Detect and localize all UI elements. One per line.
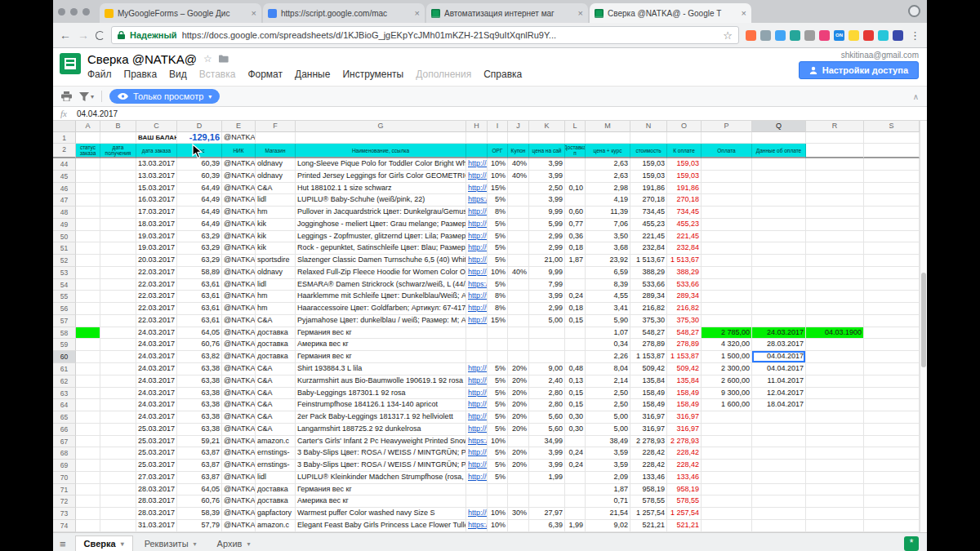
chrome-menu-icon[interactable]: ⋮ [910, 29, 920, 42]
row-header-52[interactable]: 52 [53, 255, 76, 267]
row-header-63[interactable]: 63 [53, 388, 76, 400]
cell-H46[interactable]: http://w [466, 183, 488, 195]
extension-icon-8[interactable] [849, 30, 859, 41]
cell-I61[interactable]: 5% [488, 363, 508, 375]
cell-K55[interactable]: 3,99 [529, 291, 565, 303]
cell-O62[interactable]: 135,84 [667, 375, 702, 388]
cell-R68[interactable] [806, 447, 864, 460]
cell-N50[interactable]: 221,45 [630, 231, 667, 243]
cell-E1[interactable]: @NATKA@ [222, 132, 256, 144]
cell-P57[interactable] [702, 315, 752, 327]
cell-A47[interactable] [76, 194, 100, 207]
cell-D68[interactable]: 63,87 [177, 447, 222, 460]
cell-K49[interactable]: 5,99 [529, 219, 565, 231]
cell-R74[interactable] [806, 520, 864, 532]
cell-L50[interactable]: 0,36 [565, 231, 586, 243]
cell-M68[interactable]: 3,59 [586, 447, 630, 460]
cell-B63[interactable] [100, 388, 136, 400]
cell-R73[interactable] [806, 508, 864, 520]
cell-Q62[interactable]: 11.04.2017 [752, 375, 806, 388]
cell-I63[interactable]: 5% [488, 388, 508, 400]
row-header-49[interactable]: 49 [53, 219, 76, 231]
row-header-60[interactable]: 60 [53, 351, 76, 363]
cell-J1[interactable] [508, 132, 529, 144]
cell-Q69[interactable] [752, 460, 806, 472]
cell-S55[interactable] [864, 291, 920, 303]
cell-L69[interactable]: 0,24 [565, 460, 586, 472]
cell-R70[interactable] [806, 472, 864, 484]
cell-L64[interactable]: 0,15 [565, 399, 586, 411]
cell-S53[interactable] [864, 267, 920, 279]
cell-I52[interactable]: 5% [488, 255, 508, 267]
cell-R48[interactable] [806, 207, 864, 219]
cell-H74[interactable]: https://a [466, 520, 488, 532]
cell-Q65[interactable] [752, 411, 806, 424]
cell-H50[interactable]: http://w [466, 231, 488, 243]
cell-B61[interactable] [100, 363, 136, 375]
cell-L73[interactable] [565, 508, 586, 520]
cell-C47[interactable]: 16.03.2017 [136, 194, 177, 207]
cell-C46[interactable]: 15.03.2017 [136, 183, 177, 195]
cell-J70[interactable] [508, 472, 529, 484]
collapse-toolbar-icon[interactable]: ∧ [913, 92, 919, 101]
cell-O66[interactable]: 316,97 [667, 424, 702, 436]
cell-K47[interactable]: 3,99 [529, 194, 565, 207]
cell-J69[interactable]: 20% [508, 460, 529, 472]
cell-C71[interactable]: 28.03.2017 [136, 484, 177, 496]
window-controls[interactable] [58, 0, 90, 23]
cell-R51[interactable] [806, 242, 864, 255]
cell-O50[interactable]: 221,45 [667, 231, 702, 243]
cell-N49[interactable]: 455,23 [630, 219, 667, 231]
header-cell-S[interactable] [864, 144, 920, 158]
cell-C1[interactable]: ВАШ БАЛАНС [136, 132, 177, 144]
cell-O53[interactable]: 388,29 [667, 267, 702, 279]
cell-K71[interactable] [529, 484, 565, 496]
cell-K74[interactable]: 6,39 [529, 520, 565, 532]
cell-J67[interactable] [508, 436, 529, 448]
column-header-F[interactable]: F [256, 121, 296, 132]
cell-I66[interactable]: 5% [488, 424, 508, 436]
cell-N65[interactable]: 316,97 [630, 411, 667, 424]
cell-E53[interactable]: @NATKA@ [222, 267, 256, 279]
row-header-47[interactable]: 47 [53, 194, 76, 207]
account-email[interactable]: shkitinaa@gmail.com [841, 51, 919, 60]
cell-P47[interactable] [702, 194, 752, 207]
cell-O57[interactable]: 375,30 [667, 315, 702, 327]
column-header-R[interactable]: R [806, 121, 864, 132]
column-header-B[interactable]: B [100, 121, 136, 132]
cell-A65[interactable] [76, 411, 100, 424]
cell-R45[interactable] [806, 171, 864, 183]
header-cell-H[interactable] [466, 144, 488, 158]
cell-H44[interactable]: http://ol [466, 158, 488, 171]
cell-L63[interactable]: 0,15 [565, 388, 586, 400]
cell-N51[interactable]: 232,84 [630, 242, 667, 255]
cell-C57[interactable]: 22.03.2017 [136, 315, 177, 327]
cell-G62[interactable]: Kurzarmshirt aus Bio-Baumwolle 190619.1 … [296, 375, 466, 388]
cell-K59[interactable] [529, 339, 565, 351]
cell-E58[interactable]: @NATKA@ [222, 327, 256, 340]
cell-G69[interactable]: 3 Baby-Slips Цвет: ROSA / WEISS / MINTGR… [296, 460, 466, 472]
cell-M46[interactable]: 2,98 [586, 183, 630, 195]
cell-L62[interactable]: 0,13 [565, 375, 586, 388]
cell-N60[interactable]: 1 153,87 [630, 351, 667, 363]
cell-K46[interactable]: 2,50 [529, 183, 565, 195]
cell-N64[interactable]: 158,49 [630, 399, 667, 411]
cell-C56[interactable]: 22.03.2017 [136, 303, 177, 315]
header-cell-L[interactable]: Доставка п [565, 144, 586, 158]
cell-M57[interactable]: 5,90 [586, 315, 630, 327]
column-header-O[interactable]: O [667, 121, 702, 132]
row-header-48[interactable]: 48 [53, 207, 76, 219]
cell-H70[interactable]: http://w [466, 472, 488, 484]
cell-S71[interactable] [864, 484, 920, 496]
cell-P74[interactable] [702, 520, 752, 532]
cell-P59[interactable]: 4 320,00 [702, 339, 752, 351]
cell-Q72[interactable] [752, 495, 806, 508]
cell-R53[interactable] [806, 267, 864, 279]
cell-B69[interactable] [100, 460, 136, 472]
cell-O61[interactable]: 509,42 [667, 363, 702, 375]
cell-I59[interactable] [488, 339, 508, 351]
menu-Дополнения[interactable]: Дополнения [416, 69, 471, 80]
row-header-59[interactable]: 59 [53, 339, 76, 351]
cell-I53[interactable]: 10% [488, 267, 508, 279]
cell-E45[interactable]: @NATKA@ [222, 171, 256, 183]
